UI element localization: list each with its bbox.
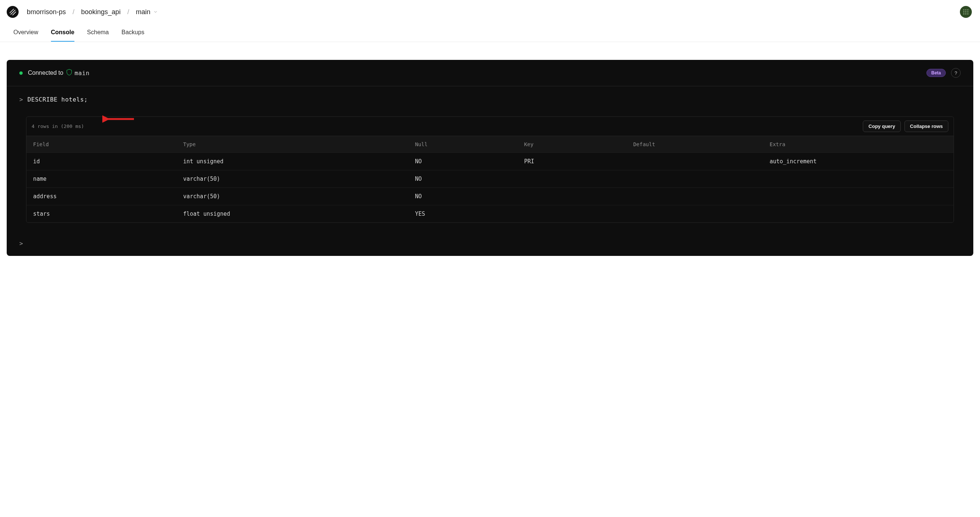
- breadcrumb-database[interactable]: bookings_api: [81, 8, 121, 16]
- cell-key: PRI: [524, 158, 633, 165]
- svg-point-7: [963, 13, 964, 14]
- breadcrumb-branch-label: main: [136, 8, 150, 16]
- svg-point-2: [966, 9, 966, 10]
- column-header-extra: Extra: [769, 142, 947, 147]
- planetscale-logo-icon[interactable]: [7, 6, 19, 18]
- console-panel: Connected to main Beta ? > DESCRIBE hote…: [7, 60, 973, 256]
- breadcrumb-separator: /: [73, 8, 75, 16]
- tab-bar: Overview Console Schema Backups: [0, 25, 980, 42]
- breadcrumb-branch-selector[interactable]: main: [136, 8, 158, 16]
- cell-extra: [769, 175, 947, 182]
- cell-type: int unsigned: [183, 158, 415, 165]
- cell-null: NO: [415, 193, 524, 200]
- svg-point-6: [967, 11, 968, 12]
- breadcrumb: bmorrison-ps / bookings_api / main: [27, 8, 158, 16]
- connected-label: Connected to: [28, 70, 63, 76]
- cell-null: NO: [415, 158, 524, 165]
- svg-point-1: [963, 9, 964, 10]
- svg-point-5: [966, 11, 966, 12]
- cell-extra: auto_increment: [769, 158, 947, 165]
- column-header-field: Field: [33, 142, 183, 147]
- connected-branch-name: main: [75, 70, 90, 76]
- table-row: address varchar(50) NO: [26, 188, 954, 205]
- table-row: stars float unsigned YES: [26, 205, 954, 223]
- query-result: 4 rows in (200 ms) Copy query Collapse r…: [26, 116, 954, 223]
- copy-query-button[interactable]: Copy query: [863, 121, 901, 132]
- cell-key: [524, 193, 633, 200]
- cell-key: [524, 175, 633, 182]
- tab-console[interactable]: Console: [51, 25, 75, 42]
- cell-type: float unsigned: [183, 210, 415, 217]
- cell-type: varchar(50): [183, 175, 415, 182]
- query-caret-icon: >: [19, 96, 23, 103]
- executed-query: DESCRIBE hotels;: [27, 96, 88, 103]
- cell-default: [633, 210, 770, 217]
- console-prompt[interactable]: >: [7, 229, 973, 256]
- cell-field: id: [33, 158, 183, 165]
- cell-field: address: [33, 193, 183, 200]
- avatar[interactable]: [960, 6, 972, 18]
- tab-backups[interactable]: Backups: [122, 25, 144, 42]
- svg-point-4: [963, 11, 964, 12]
- result-meta: 4 rows in (200 ms): [32, 124, 84, 129]
- column-header-type: Type: [183, 142, 415, 147]
- svg-point-9: [967, 13, 968, 14]
- cell-type: varchar(50): [183, 193, 415, 200]
- breadcrumb-separator: /: [127, 8, 129, 16]
- svg-point-8: [966, 13, 966, 14]
- tab-overview[interactable]: Overview: [13, 25, 38, 42]
- breadcrumb-org[interactable]: bmorrison-ps: [27, 8, 66, 16]
- table-row: id int unsigned NO PRI auto_increment: [26, 153, 954, 170]
- cell-extra: [769, 193, 947, 200]
- column-header-default: Default: [633, 142, 770, 147]
- cell-extra: [769, 210, 947, 217]
- cell-null: NO: [415, 175, 524, 182]
- shield-icon: [66, 69, 72, 77]
- cell-default: [633, 158, 770, 165]
- svg-point-0: [9, 8, 16, 16]
- column-header-key: Key: [524, 142, 633, 147]
- table-row: name varchar(50) NO: [26, 170, 954, 188]
- beta-badge: Beta: [926, 69, 946, 77]
- cell-key: [524, 210, 633, 217]
- cell-field: stars: [33, 210, 183, 217]
- tab-schema[interactable]: Schema: [87, 25, 109, 42]
- collapse-rows-button[interactable]: Collapse rows: [904, 121, 948, 132]
- chevron-down-icon: [153, 8, 158, 16]
- column-header-null: Null: [415, 142, 524, 147]
- cell-field: name: [33, 175, 183, 182]
- result-table-header: Field Type Null Key Default Extra: [26, 136, 954, 153]
- svg-point-3: [967, 9, 968, 10]
- cell-default: [633, 175, 770, 182]
- cell-null: YES: [415, 210, 524, 217]
- connection-status-dot-icon: [19, 72, 23, 75]
- help-button[interactable]: ?: [951, 68, 961, 78]
- cell-default: [633, 193, 770, 200]
